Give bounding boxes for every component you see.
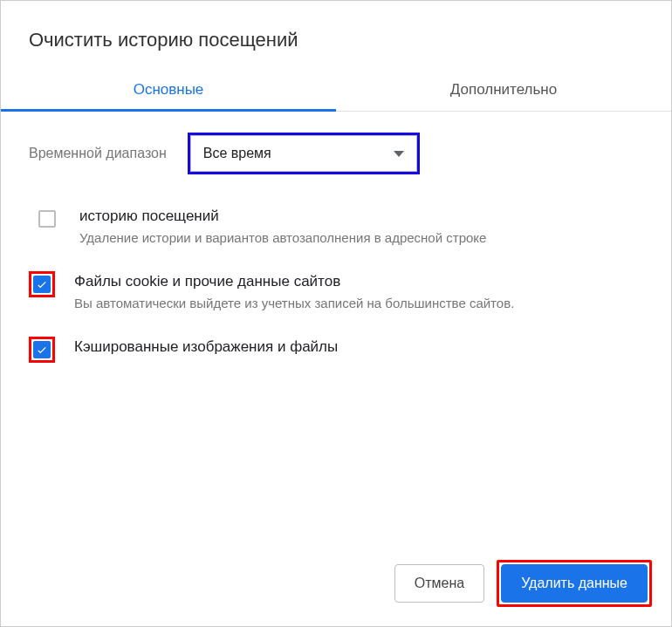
option-text: Кэшированные изображения и файлы (74, 337, 643, 359)
checkbox-cache[interactable] (33, 341, 51, 358)
checkbox-highlight (29, 337, 55, 363)
dialog-title: Очистить историю посещений (1, 1, 671, 69)
checkbox-cookies[interactable] (33, 276, 51, 293)
check-icon (36, 344, 48, 356)
dialog-footer: Отмена Удалить данные (1, 560, 671, 626)
tab-basic[interactable]: Основные (1, 69, 336, 111)
chevron-down-icon (394, 151, 404, 157)
clear-button-highlight: Удалить данные (497, 560, 652, 607)
time-range-label: Временной диапазон (29, 146, 167, 161)
clear-browsing-data-dialog: Очистить историю посещений Основные Допо… (0, 0, 672, 627)
option-row-history: историю посещений Удаление истории и вар… (29, 206, 643, 247)
option-text: Файлы cookie и прочие данные сайтов Вы а… (74, 271, 643, 312)
option-text: историю посещений Удаление истории и вар… (79, 206, 643, 247)
option-desc-history: Удаление истории и вариантов автозаполне… (79, 228, 643, 247)
option-row-cache: Кэшированные изображения и файлы (29, 337, 643, 363)
time-range-select[interactable]: Все время (190, 135, 417, 172)
cancel-button-label: Отмена (415, 576, 464, 591)
time-range-row: Временной диапазон Все время (29, 133, 643, 174)
tab-advanced-label: Дополнительно (450, 81, 557, 98)
option-title-history: историю посещений (79, 208, 643, 225)
cancel-button[interactable]: Отмена (394, 564, 484, 603)
tab-advanced[interactable]: Дополнительно (336, 69, 671, 111)
clear-button-label: Удалить данные (521, 576, 627, 591)
option-title-cache: Кэшированные изображения и файлы (74, 338, 643, 356)
check-icon (36, 278, 48, 290)
tab-basic-label: Основные (134, 81, 204, 98)
time-range-selected-value: Все время (203, 146, 271, 161)
tab-strip: Основные Дополнительно (1, 69, 671, 112)
option-row-cookies: Файлы cookie и прочие данные сайтов Вы а… (29, 271, 643, 312)
dialog-content: Временной диапазон Все время историю пос… (1, 112, 671, 560)
time-range-highlight: Все время (188, 133, 420, 174)
checkbox-highlight (29, 271, 55, 297)
clear-data-button[interactable]: Удалить данные (501, 564, 648, 603)
checkbox-history[interactable] (38, 210, 56, 228)
option-desc-cookies: Вы автоматически выйдете из учетных запи… (74, 294, 643, 312)
option-title-cookies: Файлы cookie и прочие данные сайтов (74, 273, 643, 290)
checkbox-wrap (34, 206, 60, 232)
